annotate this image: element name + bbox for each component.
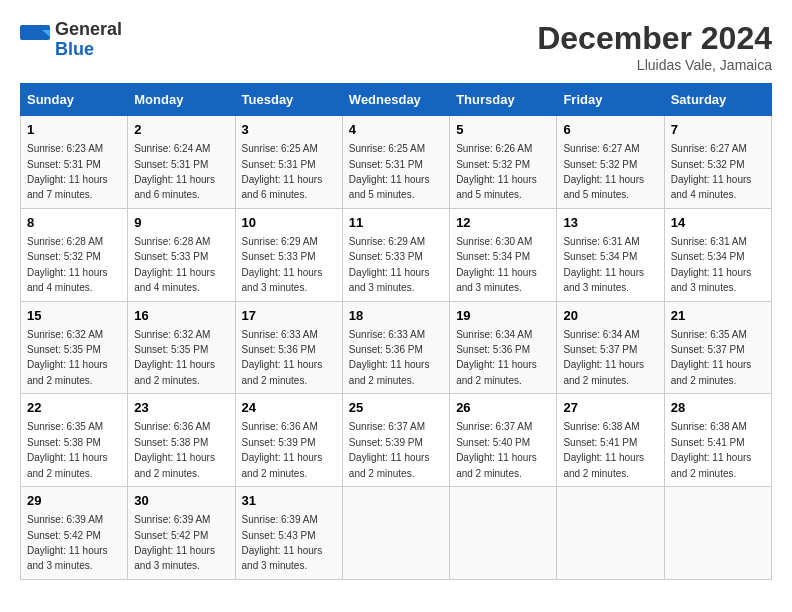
day-info: Sunrise: 6:27 AMSunset: 5:32 PMDaylight:… (671, 143, 752, 200)
table-row: 14 Sunrise: 6:31 AMSunset: 5:34 PMDaylig… (664, 208, 771, 301)
table-row: 2 Sunrise: 6:24 AMSunset: 5:31 PMDayligh… (128, 116, 235, 209)
day-info: Sunrise: 6:38 AMSunset: 5:41 PMDaylight:… (671, 421, 752, 478)
day-number: 6 (563, 121, 657, 139)
day-info: Sunrise: 6:26 AMSunset: 5:32 PMDaylight:… (456, 143, 537, 200)
table-row: 16 Sunrise: 6:32 AMSunset: 5:35 PMDaylig… (128, 301, 235, 394)
day-number: 16 (134, 307, 228, 325)
day-info: Sunrise: 6:31 AMSunset: 5:34 PMDaylight:… (563, 236, 644, 293)
calendar-row: 15 Sunrise: 6:32 AMSunset: 5:35 PMDaylig… (21, 301, 772, 394)
col-wednesday: Wednesday (342, 84, 449, 116)
table-row: 17 Sunrise: 6:33 AMSunset: 5:36 PMDaylig… (235, 301, 342, 394)
day-number: 1 (27, 121, 121, 139)
day-info: Sunrise: 6:24 AMSunset: 5:31 PMDaylight:… (134, 143, 215, 200)
col-monday: Monday (128, 84, 235, 116)
table-row: 20 Sunrise: 6:34 AMSunset: 5:37 PMDaylig… (557, 301, 664, 394)
day-number: 11 (349, 214, 443, 232)
day-info: Sunrise: 6:23 AMSunset: 5:31 PMDaylight:… (27, 143, 108, 200)
location-text: Lluidas Vale, Jamaica (537, 57, 772, 73)
day-info: Sunrise: 6:34 AMSunset: 5:36 PMDaylight:… (456, 329, 537, 386)
day-info: Sunrise: 6:25 AMSunset: 5:31 PMDaylight:… (349, 143, 430, 200)
table-row: 15 Sunrise: 6:32 AMSunset: 5:35 PMDaylig… (21, 301, 128, 394)
day-number: 2 (134, 121, 228, 139)
table-row: 3 Sunrise: 6:25 AMSunset: 5:31 PMDayligh… (235, 116, 342, 209)
day-number: 17 (242, 307, 336, 325)
col-thursday: Thursday (450, 84, 557, 116)
table-row (664, 487, 771, 580)
day-info: Sunrise: 6:28 AMSunset: 5:32 PMDaylight:… (27, 236, 108, 293)
day-number: 19 (456, 307, 550, 325)
day-info: Sunrise: 6:38 AMSunset: 5:41 PMDaylight:… (563, 421, 644, 478)
day-number: 7 (671, 121, 765, 139)
table-row: 13 Sunrise: 6:31 AMSunset: 5:34 PMDaylig… (557, 208, 664, 301)
title-block: December 2024 Lluidas Vale, Jamaica (537, 20, 772, 73)
day-number: 31 (242, 492, 336, 510)
table-row: 29 Sunrise: 6:39 AMSunset: 5:42 PMDaylig… (21, 487, 128, 580)
svg-rect-1 (20, 40, 50, 55)
day-number: 29 (27, 492, 121, 510)
table-row: 24 Sunrise: 6:36 AMSunset: 5:39 PMDaylig… (235, 394, 342, 487)
table-row: 11 Sunrise: 6:29 AMSunset: 5:33 PMDaylig… (342, 208, 449, 301)
day-info: Sunrise: 6:39 AMSunset: 5:42 PMDaylight:… (27, 514, 108, 571)
table-row: 1 Sunrise: 6:23 AMSunset: 5:31 PMDayligh… (21, 116, 128, 209)
day-info: Sunrise: 6:33 AMSunset: 5:36 PMDaylight:… (349, 329, 430, 386)
table-row: 9 Sunrise: 6:28 AMSunset: 5:33 PMDayligh… (128, 208, 235, 301)
table-row: 10 Sunrise: 6:29 AMSunset: 5:33 PMDaylig… (235, 208, 342, 301)
table-row: 28 Sunrise: 6:38 AMSunset: 5:41 PMDaylig… (664, 394, 771, 487)
day-info: Sunrise: 6:30 AMSunset: 5:34 PMDaylight:… (456, 236, 537, 293)
header-row: Sunday Monday Tuesday Wednesday Thursday… (21, 84, 772, 116)
day-info: Sunrise: 6:36 AMSunset: 5:39 PMDaylight:… (242, 421, 323, 478)
day-number: 26 (456, 399, 550, 417)
calendar-row: 29 Sunrise: 6:39 AMSunset: 5:42 PMDaylig… (21, 487, 772, 580)
day-number: 4 (349, 121, 443, 139)
day-number: 8 (27, 214, 121, 232)
calendar-table: Sunday Monday Tuesday Wednesday Thursday… (20, 83, 772, 580)
logo-blue-text: Blue (55, 40, 122, 60)
day-info: Sunrise: 6:36 AMSunset: 5:38 PMDaylight:… (134, 421, 215, 478)
table-row: 7 Sunrise: 6:27 AMSunset: 5:32 PMDayligh… (664, 116, 771, 209)
calendar-row: 8 Sunrise: 6:28 AMSunset: 5:32 PMDayligh… (21, 208, 772, 301)
day-info: Sunrise: 6:35 AMSunset: 5:37 PMDaylight:… (671, 329, 752, 386)
day-number: 5 (456, 121, 550, 139)
day-number: 12 (456, 214, 550, 232)
table-row: 23 Sunrise: 6:36 AMSunset: 5:38 PMDaylig… (128, 394, 235, 487)
day-info: Sunrise: 6:31 AMSunset: 5:34 PMDaylight:… (671, 236, 752, 293)
day-number: 22 (27, 399, 121, 417)
logo: General Blue (20, 20, 122, 60)
table-row: 18 Sunrise: 6:33 AMSunset: 5:36 PMDaylig… (342, 301, 449, 394)
table-row: 26 Sunrise: 6:37 AMSunset: 5:40 PMDaylig… (450, 394, 557, 487)
table-row: 8 Sunrise: 6:28 AMSunset: 5:32 PMDayligh… (21, 208, 128, 301)
day-number: 20 (563, 307, 657, 325)
col-tuesday: Tuesday (235, 84, 342, 116)
day-number: 13 (563, 214, 657, 232)
logo-general-text: General (55, 20, 122, 40)
day-number: 24 (242, 399, 336, 417)
table-row (450, 487, 557, 580)
table-row: 12 Sunrise: 6:30 AMSunset: 5:34 PMDaylig… (450, 208, 557, 301)
day-info: Sunrise: 6:34 AMSunset: 5:37 PMDaylight:… (563, 329, 644, 386)
col-sunday: Sunday (21, 84, 128, 116)
day-number: 15 (27, 307, 121, 325)
table-row (342, 487, 449, 580)
day-info: Sunrise: 6:25 AMSunset: 5:31 PMDaylight:… (242, 143, 323, 200)
day-number: 3 (242, 121, 336, 139)
day-info: Sunrise: 6:39 AMSunset: 5:42 PMDaylight:… (134, 514, 215, 571)
day-number: 27 (563, 399, 657, 417)
table-row: 19 Sunrise: 6:34 AMSunset: 5:36 PMDaylig… (450, 301, 557, 394)
page-header: General Blue December 2024 Lluidas Vale,… (20, 20, 772, 73)
day-info: Sunrise: 6:29 AMSunset: 5:33 PMDaylight:… (349, 236, 430, 293)
table-row: 21 Sunrise: 6:35 AMSunset: 5:37 PMDaylig… (664, 301, 771, 394)
table-row: 5 Sunrise: 6:26 AMSunset: 5:32 PMDayligh… (450, 116, 557, 209)
col-saturday: Saturday (664, 84, 771, 116)
day-number: 9 (134, 214, 228, 232)
day-info: Sunrise: 6:27 AMSunset: 5:32 PMDaylight:… (563, 143, 644, 200)
day-number: 18 (349, 307, 443, 325)
table-row: 31 Sunrise: 6:39 AMSunset: 5:43 PMDaylig… (235, 487, 342, 580)
table-row: 27 Sunrise: 6:38 AMSunset: 5:41 PMDaylig… (557, 394, 664, 487)
day-number: 28 (671, 399, 765, 417)
day-info: Sunrise: 6:37 AMSunset: 5:39 PMDaylight:… (349, 421, 430, 478)
day-info: Sunrise: 6:32 AMSunset: 5:35 PMDaylight:… (27, 329, 108, 386)
day-number: 21 (671, 307, 765, 325)
day-info: Sunrise: 6:33 AMSunset: 5:36 PMDaylight:… (242, 329, 323, 386)
table-row: 25 Sunrise: 6:37 AMSunset: 5:39 PMDaylig… (342, 394, 449, 487)
day-info: Sunrise: 6:37 AMSunset: 5:40 PMDaylight:… (456, 421, 537, 478)
